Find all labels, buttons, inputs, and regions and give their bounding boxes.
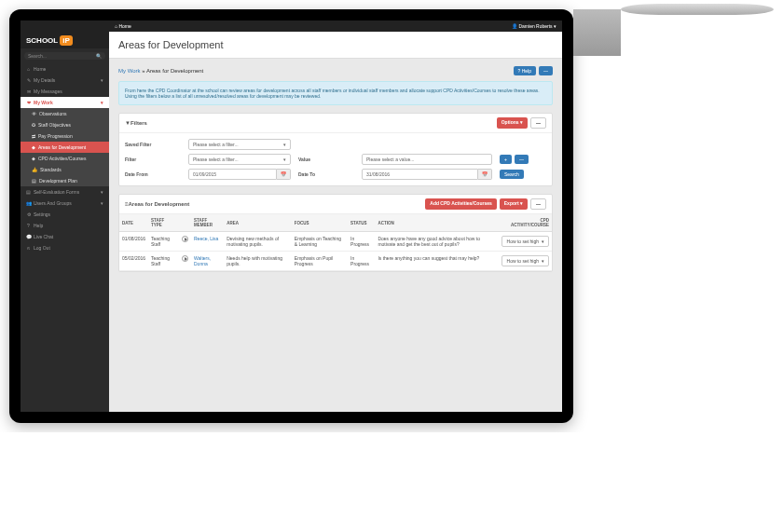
form-icon: ▤ bbox=[26, 189, 31, 195]
topbar-home[interactable]: ⌂ Home bbox=[115, 23, 131, 29]
afd-panel: ≡ Areas for Development Add CPD Activiti… bbox=[118, 194, 553, 272]
sub-standards[interactable]: 👍Standards bbox=[21, 164, 109, 175]
nav-my-messages[interactable]: ✉My Messages bbox=[21, 86, 109, 97]
export-button[interactable]: Export ▾ bbox=[500, 198, 528, 210]
sub-pay-progression[interactable]: ⇄Pay Progression bbox=[21, 130, 109, 142]
cpd-dropdown[interactable]: How to set high▾ bbox=[501, 255, 549, 266]
chevron-down-icon: ▾ bbox=[101, 200, 103, 206]
book-icon: ◆ bbox=[32, 156, 35, 161]
filter-label: Filter bbox=[125, 157, 181, 162]
add-filter-button[interactable]: + bbox=[500, 155, 512, 164]
afd-title: Areas for Development bbox=[129, 201, 190, 207]
nav-users-groups[interactable]: 👥Users And Groups▾ bbox=[21, 198, 109, 209]
topbar-user[interactable]: 👤 Damien Roberts ▾ bbox=[512, 23, 556, 29]
play-icon[interactable] bbox=[182, 236, 188, 242]
user-icon: ✎ bbox=[26, 77, 31, 83]
col-action[interactable]: ACTION bbox=[375, 214, 498, 232]
logo: SCHOOLiP bbox=[21, 32, 109, 48]
date-from-label: Date From bbox=[125, 171, 181, 177]
nav-my-details[interactable]: ✎My Details▾ bbox=[21, 75, 109, 86]
target-icon: ✪ bbox=[32, 122, 35, 128]
cpd-dropdown[interactable]: How to set high▾ bbox=[501, 236, 549, 247]
date-from-input[interactable]: 01/09/2015📅 bbox=[188, 169, 291, 180]
chat-icon: 💬 bbox=[26, 234, 31, 239]
col-cpd[interactable]: CPD ACTIVITY/COURSE bbox=[499, 214, 552, 232]
staff-member-link[interactable]: Walters, Donna bbox=[191, 252, 224, 271]
nav-help[interactable]: ?Help bbox=[21, 220, 109, 231]
sub-cpd-activities[interactable]: ◆CPD Activities/Courses bbox=[21, 153, 109, 164]
briefcase-icon: ❤ bbox=[26, 100, 31, 105]
filters-collapse-button[interactable]: — bbox=[530, 117, 546, 129]
calendar-icon[interactable]: 📅 bbox=[277, 169, 291, 180]
afd-collapse-button[interactable]: — bbox=[530, 198, 546, 210]
col-staff-member[interactable]: STAFF MEMBER bbox=[191, 214, 224, 232]
saved-filter-label: Saved Filter bbox=[125, 142, 181, 147]
money-icon: ⇄ bbox=[32, 133, 35, 139]
search-button[interactable]: Search bbox=[500, 170, 524, 179]
filter-select[interactable]: Please select a filter...▾ bbox=[188, 154, 291, 165]
search-input[interactable]: Search...🔍 bbox=[24, 52, 105, 60]
col-focus[interactable]: FOCUS bbox=[292, 214, 348, 232]
info-alert: From here the CPD Coordinator at the sch… bbox=[118, 81, 553, 105]
help-icon: ? bbox=[26, 223, 31, 228]
sub-development-plan[interactable]: ▤Development Plan bbox=[21, 175, 109, 186]
chart-icon: ◆ bbox=[32, 144, 35, 150]
breadcrumb: My Work » Areas for Development bbox=[118, 68, 203, 74]
value-label: Value bbox=[298, 157, 354, 162]
nav-self-evaluation[interactable]: ▤Self-Evaluation Forms▾ bbox=[21, 186, 109, 198]
date-to-label: Date To bbox=[298, 171, 354, 177]
nav-my-work[interactable]: ❤My Work▾ bbox=[21, 97, 109, 108]
eye-icon: 👁 bbox=[32, 111, 36, 116]
mail-icon: ✉ bbox=[26, 89, 31, 94]
chevron-down-icon: ▾ bbox=[101, 100, 103, 105]
nav-settings[interactable]: ⚙Settings bbox=[21, 209, 109, 220]
filters-options-button[interactable]: Options ▾ bbox=[497, 117, 528, 129]
help-button[interactable]: ? Help bbox=[514, 66, 536, 75]
sub-areas-for-development[interactable]: ◆Areas for Development bbox=[21, 142, 109, 153]
col-date[interactable]: DATE bbox=[119, 214, 148, 232]
table-row: 05/02/2016 Teaching Staff Walters, Donna… bbox=[119, 252, 552, 271]
home-icon: ⌂ bbox=[26, 66, 31, 72]
page-title: Areas for Development bbox=[109, 32, 562, 59]
top-bar: ⌂ Home 👤 Damien Roberts ▾ bbox=[21, 20, 562, 32]
chevron-down-icon: ▾ bbox=[101, 189, 103, 195]
logout-icon: ⎋ bbox=[26, 245, 31, 251]
remove-filter-button[interactable]: — bbox=[515, 155, 529, 164]
main-content: Areas for Development My Work » Areas fo… bbox=[109, 32, 562, 412]
sub-observations[interactable]: 👁Observations bbox=[21, 108, 109, 119]
staff-member-link[interactable]: Reece, Lisa bbox=[191, 232, 224, 252]
sidebar: SCHOOLiP Search...🔍 ⌂Home ✎My Details▾ ✉… bbox=[21, 32, 109, 412]
col-area[interactable]: AREA bbox=[224, 214, 292, 232]
users-icon: 👥 bbox=[26, 200, 31, 206]
filters-panel: ▼ Filters Options ▾ — Saved Filter Pleas… bbox=[118, 113, 553, 186]
caret-icon: ▾ bbox=[283, 157, 286, 162]
date-to-input[interactable]: 31/08/2016📅 bbox=[362, 169, 492, 180]
afd-table: DATE STAFF TYPE STAFF MEMBER AREA FOCUS … bbox=[119, 214, 552, 271]
play-icon[interactable] bbox=[182, 255, 188, 262]
calendar-icon[interactable]: 📅 bbox=[478, 169, 492, 180]
search-icon: 🔍 bbox=[96, 53, 102, 59]
add-cpd-button[interactable]: Add CPD Activities/Courses bbox=[425, 198, 497, 210]
caret-icon: ▾ bbox=[542, 258, 544, 264]
caret-icon: ▾ bbox=[542, 239, 544, 244]
value-input[interactable]: Please select a value... bbox=[362, 154, 492, 165]
plan-icon: ▤ bbox=[32, 178, 36, 184]
chevron-down-icon: ▾ bbox=[101, 77, 103, 83]
filters-title: Filters bbox=[130, 120, 147, 126]
breadcrumb-my-work[interactable]: My Work bbox=[118, 68, 141, 74]
col-status[interactable]: STATUS bbox=[348, 214, 375, 232]
nav-home[interactable]: ⌂Home bbox=[21, 63, 109, 75]
table-row: 01/08/2016 Teaching Staff Reece, Lisa De… bbox=[119, 232, 552, 252]
gear-icon: ⚙ bbox=[26, 211, 31, 217]
collapse-button[interactable]: — bbox=[539, 66, 553, 75]
caret-icon: ▾ bbox=[283, 142, 286, 147]
col-staff-type[interactable]: STAFF TYPE bbox=[148, 214, 179, 232]
nav-live-chat[interactable]: 💬Live Chat bbox=[21, 231, 109, 242]
nav-log-out[interactable]: ⎋Log Out bbox=[21, 242, 109, 253]
thumb-icon: 👍 bbox=[32, 167, 37, 172]
sub-staff-objectives[interactable]: ✪Staff Objectives bbox=[21, 119, 109, 130]
saved-filter-select[interactable]: Please select a filter...▾ bbox=[188, 139, 291, 150]
